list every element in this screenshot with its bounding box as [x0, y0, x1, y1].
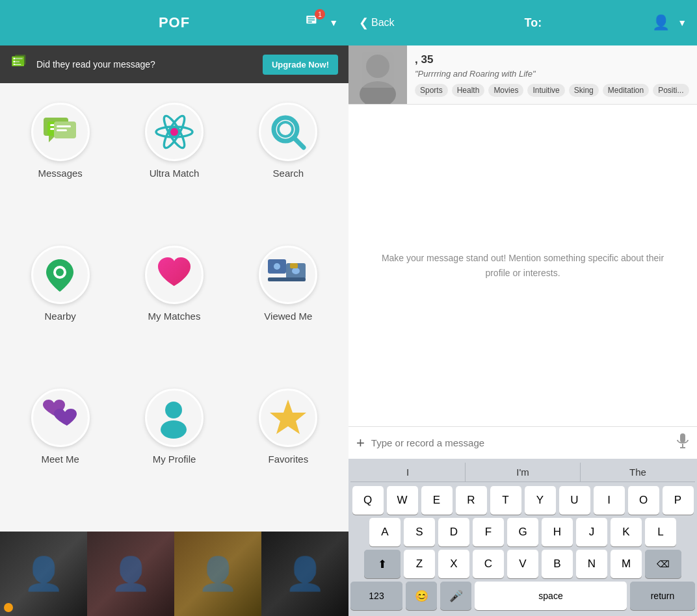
- search-label: Search: [273, 168, 304, 179]
- header-dropdown-arrow[interactable]: ▼: [329, 18, 338, 28]
- key-k[interactable]: K: [611, 518, 642, 546]
- photo-strip-item-2[interactable]: 👤: [87, 532, 174, 616]
- key-h[interactable]: H: [542, 518, 573, 546]
- back-button[interactable]: ❮ Back: [359, 16, 395, 30]
- key-y[interactable]: Y: [525, 486, 556, 515]
- notification-icon[interactable]: 1: [304, 13, 321, 32]
- header-right: 1 ▼: [304, 13, 338, 32]
- search-item[interactable]: Search: [235, 96, 342, 233]
- mic-button[interactable]: [676, 433, 689, 452]
- key-m[interactable]: M: [611, 550, 642, 578]
- right-header: ❮ Back To: 👤 ▼: [348, 0, 697, 45]
- interest-tag-health[interactable]: Health: [452, 84, 485, 97]
- interest-tag-movies[interactable]: Movies: [488, 84, 523, 97]
- interest-tag-sking[interactable]: Sking: [569, 84, 599, 97]
- messages-icon: [31, 103, 90, 161]
- key-x[interactable]: X: [438, 550, 469, 578]
- suggestion-the[interactable]: The: [581, 463, 695, 481]
- interest-tag-positi[interactable]: Positi...: [653, 84, 689, 97]
- key-a[interactable]: A: [369, 518, 401, 546]
- key-g[interactable]: G: [507, 518, 538, 546]
- key-space[interactable]: space: [475, 582, 627, 610]
- key-backspace[interactable]: ⌫: [645, 550, 681, 578]
- svg-point-28: [274, 263, 280, 270]
- message-input[interactable]: [371, 437, 670, 448]
- svg-point-18: [170, 128, 178, 136]
- key-mic[interactable]: 🎤: [440, 582, 471, 610]
- right-dropdown-arrow[interactable]: ▼: [677, 18, 687, 28]
- key-n[interactable]: N: [576, 550, 607, 578]
- nearby-item[interactable]: Nearby: [7, 239, 114, 376]
- key-f[interactable]: F: [473, 518, 504, 546]
- key-123[interactable]: 123: [350, 582, 402, 610]
- my-profile-item[interactable]: My Profile: [120, 382, 228, 519]
- plus-button[interactable]: +: [356, 435, 365, 452]
- interest-tag-meditation[interactable]: Meditation: [603, 84, 649, 97]
- my-matches-item[interactable]: My Matches: [120, 239, 228, 376]
- ultra-match-item[interactable]: Ultra Match: [120, 96, 228, 233]
- notification-badge: 1: [315, 9, 325, 19]
- profile-info: , 35 "Purrrring and Roaring with Life" S…: [407, 45, 697, 104]
- key-j[interactable]: J: [576, 518, 607, 546]
- key-shift[interactable]: ⬆: [364, 550, 401, 578]
- key-r[interactable]: R: [456, 486, 487, 515]
- meet-me-item[interactable]: Meet Me: [7, 382, 114, 519]
- svg-rect-8: [15, 55, 25, 64]
- key-row-1: Q W E R T Y U I O P: [350, 486, 695, 515]
- svg-rect-3: [308, 21, 313, 23]
- svg-point-30: [292, 268, 300, 274]
- key-o[interactable]: O: [628, 486, 659, 515]
- suggestion-im[interactable]: I'm: [466, 463, 581, 481]
- person-icon: 👤: [652, 14, 670, 31]
- key-e[interactable]: E: [421, 486, 453, 515]
- key-emoji[interactable]: 😊: [406, 582, 437, 610]
- nearby-icon: [31, 246, 90, 304]
- photo-strip-item-4[interactable]: 👤: [261, 532, 348, 616]
- favorites-label: Favorites: [268, 454, 308, 465]
- suggestion-i[interactable]: I: [350, 463, 466, 481]
- interest-tag-intuitive[interactable]: Intuitive: [527, 84, 564, 97]
- viewed-me-item[interactable]: Viewed Me: [235, 239, 342, 376]
- icons-grid: Messages Ultra Match: [0, 83, 348, 532]
- profile-bio: "Purrrring and Roaring with Life": [415, 69, 689, 79]
- my-profile-icon: [145, 389, 204, 447]
- key-w[interactable]: W: [387, 486, 418, 515]
- key-l[interactable]: L: [645, 518, 676, 546]
- svg-point-33: [165, 402, 182, 418]
- key-return[interactable]: return: [630, 582, 695, 610]
- meet-me-label: Meet Me: [41, 454, 79, 465]
- key-v[interactable]: V: [507, 550, 538, 578]
- person-silhouette-4: 👤: [285, 555, 325, 593]
- interest-tag-sports[interactable]: Sports: [415, 84, 448, 97]
- upgrade-button[interactable]: Upgrade Now!: [263, 55, 338, 75]
- right-header-icons: 👤 ▼: [652, 14, 687, 31]
- message-suggestion: Make your message stand out! Mention som…: [348, 105, 697, 426]
- key-b[interactable]: B: [542, 550, 573, 578]
- photo-strip-item-3[interactable]: 👤: [174, 532, 261, 616]
- svg-marker-35: [270, 400, 306, 434]
- key-q[interactable]: Q: [352, 486, 384, 515]
- my-profile-label: My Profile: [153, 454, 196, 465]
- key-s[interactable]: S: [404, 518, 435, 546]
- back-chevron-icon: ❮: [359, 16, 369, 30]
- upgrade-banner: Did they read your message? Upgrade Now!: [0, 45, 348, 83]
- photo-strip-item-1[interactable]: 👤: [0, 532, 87, 616]
- banner-icon: [10, 53, 29, 75]
- messages-item[interactable]: Messages: [7, 96, 114, 233]
- favorites-item[interactable]: Favorites: [235, 382, 342, 519]
- key-u[interactable]: U: [559, 486, 590, 515]
- back-label: Back: [371, 17, 395, 29]
- interests-row: Sports Health Movies Intuitive Sking Med…: [415, 84, 689, 97]
- meet-me-icon: [31, 389, 90, 447]
- favorites-icon: [259, 389, 317, 447]
- profile-photo[interactable]: [348, 45, 407, 104]
- person-silhouette-2: 👤: [111, 555, 151, 593]
- key-d[interactable]: D: [438, 518, 469, 546]
- key-c[interactable]: C: [473, 550, 504, 578]
- nearby-label: Nearby: [44, 311, 75, 322]
- key-t[interactable]: T: [490, 486, 521, 515]
- key-z[interactable]: Z: [404, 550, 435, 578]
- svg-rect-16: [57, 129, 67, 131]
- key-i[interactable]: I: [594, 486, 625, 515]
- key-p[interactable]: P: [663, 486, 694, 515]
